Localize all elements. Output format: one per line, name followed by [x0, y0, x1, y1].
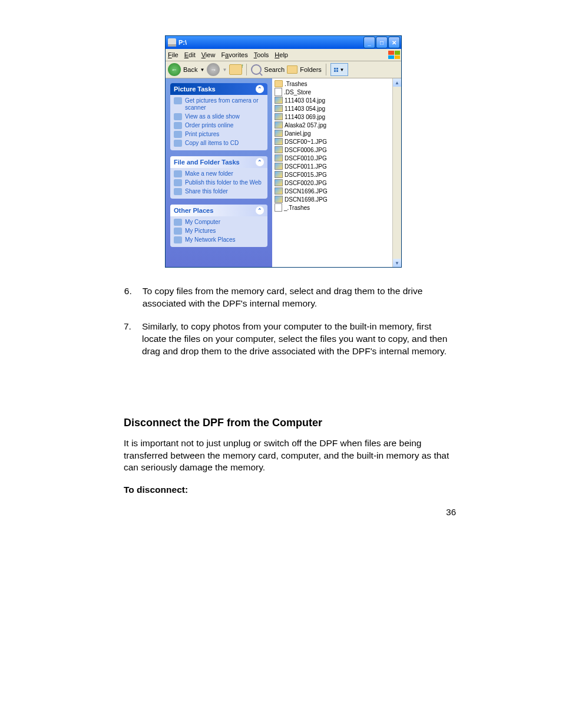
- publish-icon: [174, 179, 182, 186]
- cd-icon: [174, 140, 182, 147]
- image-file-icon: [275, 187, 283, 195]
- sub-heading: To disconnect:: [124, 485, 456, 495]
- file-item[interactable]: _.Trashes: [275, 203, 401, 212]
- task-item[interactable]: View as a slide show: [174, 113, 264, 120]
- scroll-up-button[interactable]: ▲: [393, 78, 401, 87]
- image-file-icon: [275, 179, 283, 186]
- task-item[interactable]: My Network Places: [174, 236, 264, 243]
- image-file-icon: [275, 97, 283, 104]
- image-file-icon: [275, 171, 283, 178]
- file-item[interactable]: DSCN1698.JPG: [275, 195, 401, 203]
- file-item[interactable]: DSCF0010.JPG: [275, 154, 401, 162]
- file-list[interactable]: .Trashes.DS_Store111403 014.jpg111403 05…: [272, 78, 401, 267]
- file-item[interactable]: DSCN1696.JPG: [275, 187, 401, 195]
- image-file-icon: [275, 121, 283, 129]
- task-pane: Picture Tasks ⌃ Get pictures from camera…: [166, 78, 272, 267]
- file-item[interactable]: DSCF0011.JPG: [275, 162, 401, 170]
- file-item[interactable]: Alaska2 057.jpg: [275, 121, 401, 129]
- file-name: 111403 014.jpg: [285, 97, 325, 104]
- file-name: .Trashes: [285, 81, 308, 87]
- task-item[interactable]: Make a new folder: [174, 170, 264, 177]
- task-item[interactable]: My Computer: [174, 219, 264, 226]
- image-file-icon: [275, 105, 283, 112]
- printer-icon: [174, 131, 182, 138]
- chevron-up-icon: ⌃: [256, 206, 264, 215]
- windows-logo-icon: [388, 51, 400, 59]
- task-item[interactable]: Get pictures from camera or scanner: [174, 97, 264, 111]
- menu-edit[interactable]: Edit: [184, 51, 196, 58]
- menubar: File Edit View Favorites Tools Help: [166, 49, 401, 61]
- task-item[interactable]: Publish this folder to the Web: [174, 179, 264, 186]
- folder-icon: [287, 65, 297, 74]
- explorer-window: P:\ _ □ ✕ File Edit View Favorites Tools…: [165, 35, 402, 268]
- file-name: Alaska2 057.jpg: [285, 122, 326, 129]
- list-number: 7.: [124, 321, 131, 358]
- toolbar: ← Back ▼ → ▼ Search Folders ▼: [166, 61, 401, 78]
- file-tasks-title: File and Folder Tasks: [174, 159, 240, 166]
- file-item[interactable]: DSCF0015.JPG: [275, 170, 401, 179]
- back-label: Back: [183, 66, 197, 73]
- up-folder-button[interactable]: [229, 64, 242, 75]
- task-item[interactable]: Copy all items to CD: [174, 140, 264, 147]
- file-name: DSCN1698.JPG: [285, 196, 328, 203]
- network-icon: [174, 236, 182, 243]
- file-item[interactable]: Daniel.jpg: [275, 129, 401, 137]
- image-file-icon: [275, 138, 283, 145]
- other-places-group: Other Places ⌃ My Computer My Pictures M…: [170, 205, 267, 247]
- file-item[interactable]: 111403 054.jpg: [275, 104, 401, 113]
- task-item[interactable]: Print pictures: [174, 131, 264, 138]
- picture-tasks-title: Picture Tasks: [174, 85, 216, 93]
- file-name: DSCF0011.JPG: [285, 163, 327, 170]
- file-item[interactable]: .Trashes: [275, 80, 401, 88]
- picture-tasks-header[interactable]: Picture Tasks ⌃: [170, 83, 267, 95]
- picture-tasks-group: Picture Tasks ⌃ Get pictures from camera…: [170, 83, 267, 150]
- menu-favorites[interactable]: Favorites: [221, 51, 247, 58]
- back-button[interactable]: ←: [168, 63, 181, 76]
- task-item[interactable]: Order prints online: [174, 122, 264, 129]
- file-item[interactable]: DSCF00~1.JPG: [275, 137, 401, 146]
- file-name: .DS_Store: [284, 89, 311, 95]
- task-item[interactable]: My Pictures: [174, 228, 264, 235]
- file-item[interactable]: DSCF0020.JPG: [275, 179, 401, 187]
- views-button[interactable]: ▼: [330, 63, 348, 76]
- maximize-button[interactable]: □: [376, 37, 388, 48]
- file-name: DSCF0015.JPG: [285, 172, 327, 178]
- page-number: 36: [124, 507, 456, 517]
- menu-view[interactable]: View: [201, 51, 216, 58]
- list-text: Similarly, to copy photos from your comp…: [142, 321, 456, 358]
- menu-help[interactable]: Help: [275, 51, 288, 58]
- dropdown-arrow-icon[interactable]: ▼: [200, 67, 204, 73]
- search-button[interactable]: Search: [264, 66, 285, 73]
- dropdown-arrow-icon[interactable]: ▼: [222, 67, 227, 73]
- file-tasks-header[interactable]: File and Folder Tasks ⌃: [170, 156, 267, 168]
- pictures-icon: [174, 228, 182, 235]
- camera-icon: [174, 97, 182, 104]
- file-item[interactable]: 111403 069.jpg: [275, 113, 401, 121]
- scroll-down-button[interactable]: ▼: [393, 259, 401, 267]
- task-item[interactable]: Share this folder: [174, 188, 264, 195]
- chevron-up-icon: ⌃: [256, 85, 264, 93]
- list-number: 6.: [124, 285, 132, 310]
- file-name: _.Trashes: [284, 205, 310, 211]
- slideshow-icon: [174, 113, 182, 120]
- file-name: DSCF00~1.JPG: [285, 139, 327, 145]
- menu-tools[interactable]: Tools: [254, 51, 269, 58]
- image-file-icon: [275, 130, 283, 137]
- image-file-icon: [275, 113, 283, 120]
- other-places-header[interactable]: Other Places ⌃: [170, 205, 267, 216]
- share-icon: [174, 188, 182, 195]
- file-name: 111403 069.jpg: [285, 114, 325, 120]
- folders-button[interactable]: Folders: [300, 66, 322, 73]
- file-item[interactable]: .DS_Store: [275, 88, 401, 96]
- forward-button[interactable]: →: [207, 63, 220, 76]
- separator: [326, 64, 326, 75]
- menu-file[interactable]: File: [168, 51, 178, 58]
- minimize-button[interactable]: _: [363, 37, 375, 48]
- scrollbar[interactable]: ▲ ▼: [392, 78, 401, 267]
- close-button[interactable]: ✕: [388, 37, 400, 48]
- titlebar: P:\ _ □ ✕: [166, 36, 401, 49]
- file-tasks-group: File and Folder Tasks ⌃ Make a new folde…: [170, 156, 267, 199]
- file-item[interactable]: 111403 014.jpg: [275, 96, 401, 104]
- other-places-title: Other Places: [174, 207, 213, 214]
- file-item[interactable]: DSCF0006.JPG: [275, 146, 401, 154]
